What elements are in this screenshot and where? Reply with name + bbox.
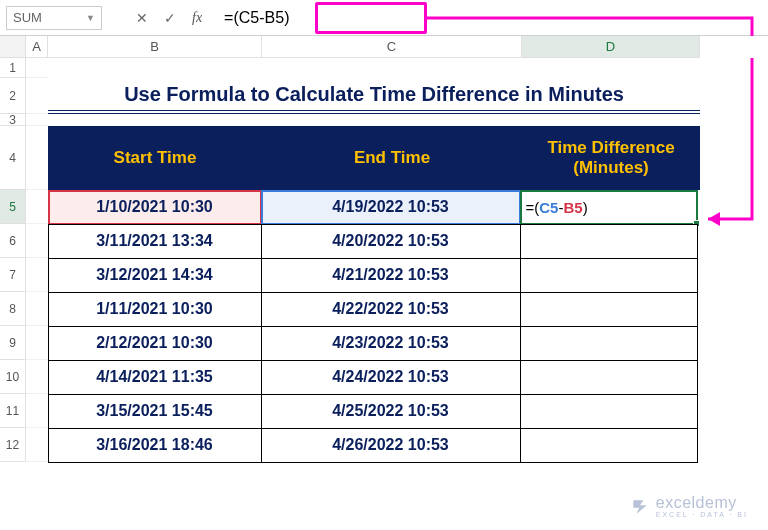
header-end-time[interactable]: End Time bbox=[262, 126, 522, 190]
row-header[interactable]: 7 bbox=[0, 258, 26, 292]
row-header[interactable]: 6 bbox=[0, 224, 26, 258]
formula-close: ) bbox=[583, 199, 588, 216]
header-time-diff[interactable]: Time Difference (Minutes) bbox=[522, 126, 700, 190]
row-header[interactable]: 10 bbox=[0, 360, 26, 394]
col-header-b[interactable]: B bbox=[48, 36, 262, 58]
formula-input[interactable]: =(C5-B5) bbox=[218, 4, 295, 32]
row-header[interactable]: 3 bbox=[0, 114, 26, 126]
col-header-d[interactable]: D bbox=[522, 36, 700, 58]
table-row: 2/12/2021 10:30 4/23/2022 10:53 bbox=[48, 326, 700, 360]
column-headers: A B C D bbox=[0, 36, 768, 58]
row-header[interactable]: 12 bbox=[0, 428, 26, 462]
watermark: exceldemy EXCEL · DATA · BI bbox=[630, 495, 748, 518]
watermark-text: exceldemy bbox=[656, 495, 748, 511]
formula-bar-icons: ✕ ✓ fx bbox=[136, 10, 202, 26]
enter-icon[interactable]: ✓ bbox=[164, 10, 176, 26]
cell[interactable] bbox=[520, 326, 698, 361]
cell[interactable] bbox=[520, 258, 698, 293]
cell-b5[interactable]: 1/10/2021 10:30 bbox=[48, 190, 262, 225]
cell[interactable] bbox=[520, 360, 698, 395]
cell[interactable]: 4/23/2022 10:53 bbox=[261, 326, 521, 361]
row-header[interactable]: 8 bbox=[0, 292, 26, 326]
formula-eq: = bbox=[526, 199, 535, 216]
watermark-subtext: EXCEL · DATA · BI bbox=[656, 511, 748, 518]
cell[interactable]: 4/26/2022 10:53 bbox=[261, 428, 521, 463]
cell[interactable]: 3/15/2021 15:45 bbox=[48, 394, 262, 429]
col-header-a[interactable]: A bbox=[26, 36, 48, 58]
cell[interactable] bbox=[520, 292, 698, 327]
table-row: 1/10/2021 10:30 4/19/2022 10:53 =(C5-B5) bbox=[48, 190, 700, 224]
row-header[interactable]: 4 bbox=[0, 126, 26, 190]
cell[interactable]: 4/25/2022 10:53 bbox=[261, 394, 521, 429]
cell[interactable]: 4/21/2022 10:53 bbox=[261, 258, 521, 293]
row-header[interactable]: 2 bbox=[0, 78, 26, 114]
watermark-logo-icon bbox=[630, 497, 650, 517]
header-start-time[interactable]: Start Time bbox=[48, 126, 262, 190]
cell[interactable]: 4/14/2021 11:35 bbox=[48, 360, 262, 395]
cell-d5-editing[interactable]: =(C5-B5) bbox=[520, 190, 698, 225]
table-row: 3/15/2021 15:45 4/25/2022 10:53 bbox=[48, 394, 700, 428]
cell[interactable] bbox=[520, 394, 698, 429]
cell[interactable]: 4/20/2022 10:53 bbox=[261, 224, 521, 259]
cell-c5[interactable]: 4/19/2022 10:53 bbox=[261, 190, 521, 225]
cell[interactable]: 3/12/2021 14:34 bbox=[48, 258, 262, 293]
fx-icon[interactable]: fx bbox=[192, 10, 202, 26]
table-row: 3/16/2021 18:46 4/26/2022 10:53 bbox=[48, 428, 700, 462]
sheet-title[interactable]: Use Formula to Calculate Time Difference… bbox=[48, 78, 700, 114]
rows-container: 1 2 3 4 5 6 7 8 9 10 11 12 Use Formula t… bbox=[0, 58, 768, 462]
cell[interactable]: 4/24/2022 10:53 bbox=[261, 360, 521, 395]
formula-bar: SUM ▼ ✕ ✓ fx =(C5-B5) bbox=[0, 0, 768, 36]
table-header-row: Start Time End Time Time Difference (Min… bbox=[48, 126, 700, 190]
table-row: 3/12/2021 14:34 4/21/2022 10:53 bbox=[48, 258, 700, 292]
cell[interactable]: 4/22/2022 10:53 bbox=[261, 292, 521, 327]
cancel-icon[interactable]: ✕ bbox=[136, 10, 148, 26]
formula-ref-b5: B5 bbox=[563, 199, 582, 216]
name-box[interactable]: SUM ▼ bbox=[6, 6, 102, 30]
table-row: 3/11/2021 13:34 4/20/2022 10:53 bbox=[48, 224, 700, 258]
formula-ref-c5: C5 bbox=[539, 199, 558, 216]
row-header[interactable]: 1 bbox=[0, 58, 26, 78]
cell[interactable]: 2/12/2021 10:30 bbox=[48, 326, 262, 361]
select-all-corner[interactable] bbox=[0, 36, 26, 58]
table-row: 4/14/2021 11:35 4/24/2022 10:53 bbox=[48, 360, 700, 394]
name-box-value: SUM bbox=[13, 10, 42, 25]
col-header-c[interactable]: C bbox=[262, 36, 522, 58]
cell[interactable]: 1/11/2021 10:30 bbox=[48, 292, 262, 327]
table-row: 1/11/2021 10:30 4/22/2022 10:53 bbox=[48, 292, 700, 326]
cell[interactable]: 3/11/2021 13:34 bbox=[48, 224, 262, 259]
row-header[interactable]: 9 bbox=[0, 326, 26, 360]
cell[interactable] bbox=[520, 428, 698, 463]
chevron-down-icon[interactable]: ▼ bbox=[86, 13, 95, 23]
spreadsheet-grid: A B C D 1 2 3 4 5 6 7 8 9 10 11 12 Use F… bbox=[0, 36, 768, 462]
row-header[interactable]: 5 bbox=[0, 190, 26, 224]
row-header[interactable]: 11 bbox=[0, 394, 26, 428]
cell[interactable] bbox=[520, 224, 698, 259]
cell[interactable]: 3/16/2021 18:46 bbox=[48, 428, 262, 463]
